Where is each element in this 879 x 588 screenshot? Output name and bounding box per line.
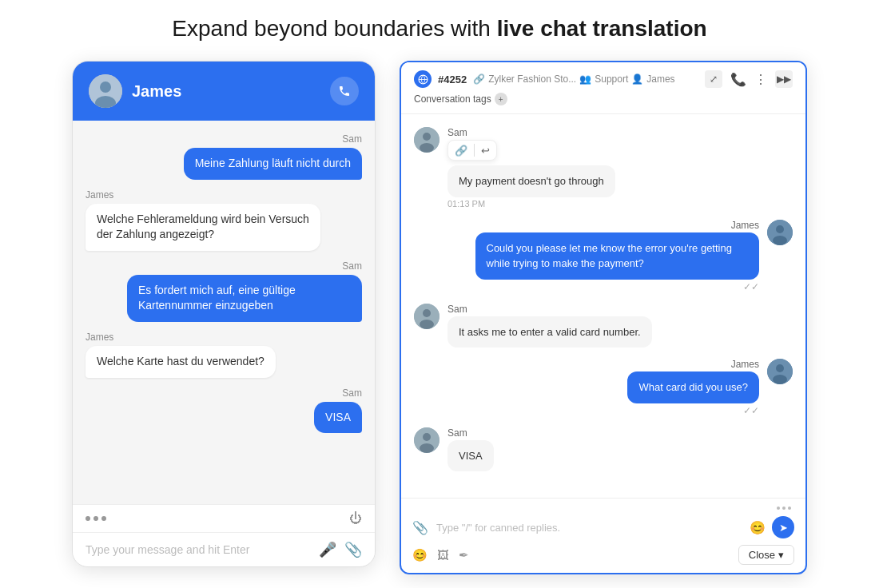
message-row: James What card did you use? ✓✓: [414, 359, 793, 416]
mobile-header: James: [73, 62, 375, 121]
message-action-bar: 🔗 ↩: [447, 140, 497, 161]
message-sender: Sam: [342, 133, 362, 145]
close-button[interactable]: Close ▾: [738, 545, 794, 565]
svg-point-1: [100, 81, 111, 93]
message-row: Sam It asks me to enter a valid card num…: [414, 304, 793, 348]
svg-point-6: [420, 143, 434, 153]
message-content: Sam It asks me to enter a valid card num…: [447, 304, 652, 348]
svg-point-18: [420, 443, 434, 453]
svg-point-8: [776, 225, 784, 233]
message-content: James Could you please let me know the e…: [475, 220, 760, 292]
message-row: Sam VISA: [86, 387, 362, 434]
microphone-icon[interactable]: 🎤: [319, 541, 336, 558]
avatar: [414, 304, 440, 329]
message-row: James Could you please let me know the e…: [414, 220, 793, 292]
footer-input-row: 📎 Type "/" for canned replies. 😊 ➤: [412, 516, 794, 538]
panels-container: James Sam Meine Zahlung läuft nicht durc…: [32, 61, 847, 574]
desktop-messages-area: Sam 🔗 ↩ My payment doesn't go through 01…: [401, 114, 805, 498]
dot: [86, 516, 90, 521]
double-check-icon: ✓✓: [743, 281, 759, 292]
phone-button[interactable]: [330, 77, 359, 105]
message-content: Sam VISA: [447, 427, 494, 472]
ticket-id: #4252: [438, 74, 467, 85]
message-bubble: Es fordert mich auf, eine gültige Karten…: [127, 275, 362, 322]
dot: [788, 507, 791, 510]
svg-point-12: [420, 320, 434, 329]
image-icon[interactable]: 🖼: [437, 548, 449, 562]
footer-bottom-row: 😊 🖼 ✒ Close ▾: [412, 545, 794, 565]
message-row: Sam Es fordert mich auf, eine gültige Ka…: [86, 260, 362, 322]
page-title: Expand beyond boundaries with live chat …: [172, 16, 706, 42]
footer-bottom-icons: 😊 🖼 ✒: [412, 548, 469, 562]
message-bubble: VISA: [314, 402, 362, 434]
message-row: James Welche Fehlerameldung wird bein Ve…: [86, 189, 362, 251]
svg-point-14: [776, 364, 784, 372]
send-button[interactable]: ➤: [772, 516, 794, 538]
message-sender: Sam: [342, 260, 362, 272]
expand-button[interactable]: ⤢: [705, 70, 722, 88]
chevron-down-icon: ▾: [778, 549, 784, 561]
svg-point-11: [423, 309, 431, 317]
message-row: Sam Meine Zahlung läuft nicht durch: [86, 133, 362, 180]
message-sender: James: [731, 220, 759, 231]
avatar: [89, 74, 122, 108]
message-bubble: It asks me to enter a valid card number.: [447, 316, 652, 348]
dot: [93, 516, 98, 521]
message-sender: Sam: [447, 304, 652, 315]
message-row: Sam 🔗 ↩ My payment doesn't go through 01…: [414, 127, 793, 209]
more-options-icon[interactable]: ⋮: [754, 72, 767, 87]
svg-point-5: [423, 133, 431, 141]
message-bubble: Welche Fehlerameldung wird bein Versuch …: [86, 204, 320, 251]
typing-dots: [86, 516, 106, 521]
svg-point-9: [773, 236, 787, 245]
power-icon: ⏻: [349, 511, 362, 526]
footer-icons: 😊 ➤: [750, 516, 794, 538]
message-sender: Sam: [447, 127, 615, 138]
message-content: Sam 🔗 ↩ My payment doesn't go through 01…: [447, 127, 615, 209]
message-input-placeholder[interactable]: Type your message and hit Enter: [86, 543, 311, 556]
conversation-tags: Conversation tags +: [414, 93, 793, 105]
attachment-icon[interactable]: 📎: [344, 541, 362, 558]
double-check-icon: ✓✓: [743, 405, 759, 416]
message-content: James What card did you use? ✓✓: [627, 359, 759, 416]
avatar: [767, 359, 793, 384]
chat-input[interactable]: Type "/" for canned replies.: [436, 522, 742, 534]
desktop-chat-panel: #4252 🔗 Zylker Fashion Sto... 👥 Support …: [400, 61, 807, 574]
message-row: Sam VISA: [414, 427, 793, 472]
call-icon[interactable]: 📞: [730, 72, 746, 87]
message-bubble: Meine Zahlung läuft nicht durch: [184, 148, 362, 180]
message-sender: James: [731, 359, 759, 370]
attach-icon[interactable]: 📎: [412, 520, 428, 535]
desktop-footer: 📎 Type "/" for canned replies. 😊 ➤ 😊 🖼 ✒…: [401, 498, 805, 573]
emoji-icon[interactable]: 😊: [750, 520, 766, 535]
signature-icon[interactable]: ✒: [459, 548, 469, 562]
message-bubble: What card did you use?: [627, 371, 759, 403]
header-actions: ⤢ 📞 ⋮ ▶▶: [705, 70, 793, 88]
link-icon[interactable]: 🔗: [455, 145, 467, 157]
avatar: [767, 220, 793, 245]
message-bubble: VISA: [447, 440, 494, 472]
message-read-status: ✓✓: [743, 281, 759, 292]
emoji-bottom-icon[interactable]: 😊: [412, 548, 428, 562]
collapse-panel-button[interactable]: ▶▶: [775, 70, 793, 88]
avatar: [414, 427, 440, 453]
header-breadcrumb: 🔗 Zylker Fashion Sto... 👥 Support 👤 Jame…: [473, 74, 674, 85]
header-top-row: #4252 🔗 Zylker Fashion Sto... 👥 Support …: [414, 70, 793, 88]
svg-point-15: [773, 375, 787, 384]
svg-point-17: [423, 433, 431, 441]
dot: [101, 516, 106, 521]
mobile-footer: Type your message and hit Enter 🎤 📎: [73, 532, 375, 566]
mobile-messages-area: Sam Meine Zahlung läuft nicht durch Jame…: [73, 121, 375, 504]
message-bubble: My payment doesn't go through: [447, 165, 615, 197]
desktop-header: #4252 🔗 Zylker Fashion Sto... 👥 Support …: [401, 62, 805, 114]
dot: [777, 507, 780, 510]
more-options-row: [412, 507, 794, 510]
message-sender: James: [86, 189, 113, 201]
message-read-status: ✓✓: [743, 405, 759, 416]
message-sender: Sam: [447, 427, 494, 439]
message-timestamp: 01:13 PM: [447, 199, 615, 209]
reply-icon[interactable]: ↩: [481, 145, 490, 157]
add-tag-button[interactable]: +: [495, 93, 507, 105]
dot: [782, 507, 786, 510]
message-row: James Welche Karte hast du verwendet?: [86, 332, 362, 378]
